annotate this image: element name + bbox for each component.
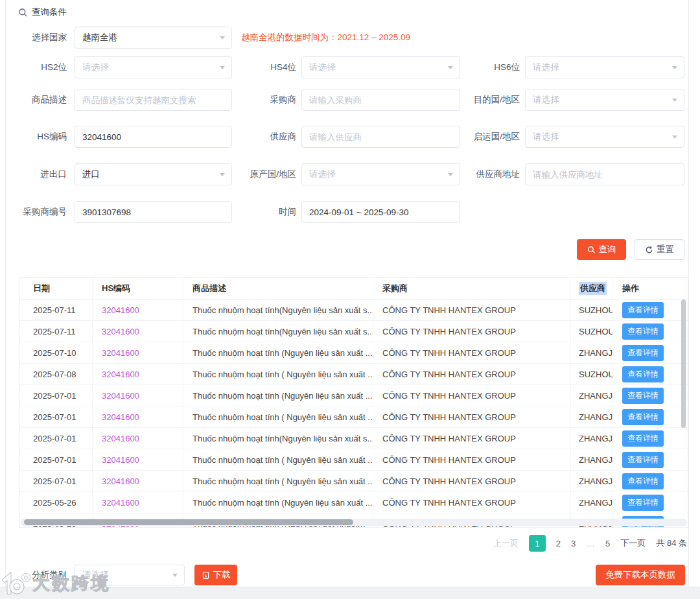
cell-hs-code[interactable]: 32041600	[93, 385, 183, 406]
field-hs2: HS2位 请选择	[10, 56, 232, 78]
next-page-button[interactable]: 下一页	[620, 537, 646, 549]
product-description-input[interactable]	[82, 95, 224, 105]
buyer-number-input[interactable]	[82, 207, 224, 217]
hs4-label: HS4位	[247, 62, 301, 73]
destination-label: 目的国/地区	[460, 94, 525, 106]
table-row: 2025-07-01 32041600 Thuốc nhuộm hoạt tín…	[20, 406, 688, 428]
cell-supplier: ZHANGJIA	[571, 342, 613, 363]
previous-page-button[interactable]: 上一页	[493, 537, 519, 549]
buyer-number-label: 采购商编号	[10, 206, 75, 218]
product-description-label: 商品描述	[10, 94, 75, 106]
cell-hs-code[interactable]: 32041600	[93, 300, 183, 320]
hs-code-input[interactable]	[82, 132, 224, 142]
chevron-down-icon	[672, 99, 677, 102]
query-button[interactable]: 查询	[577, 239, 626, 260]
download-button[interactable]: 下载	[194, 565, 237, 585]
page-number[interactable]: 1	[529, 535, 546, 552]
buyer-input[interactable]	[309, 95, 452, 105]
cell-description: Thuốc nhuộm hoạt tính ( Nguyên liệu sản …	[183, 364, 373, 384]
view-details-button[interactable]: 查看详情	[622, 345, 664, 361]
hs6-select[interactable]: 请选择	[525, 56, 684, 78]
view-details-button[interactable]: 查看详情	[622, 452, 664, 468]
cell-date: 2025-07-11	[20, 321, 93, 342]
column-header-description[interactable]: 商品描述	[183, 278, 373, 299]
cell-hs-code[interactable]: 32041600	[93, 449, 183, 470]
origin-country-select[interactable]: 请选择	[301, 163, 460, 185]
refresh-icon	[645, 246, 653, 254]
view-details-button[interactable]: 查看详情	[622, 366, 664, 382]
column-header-supplier[interactable]: 供应商	[571, 278, 613, 299]
field-origin-country: 原产国/地区 请选择	[247, 163, 460, 185]
hs6-label: HS6位	[460, 62, 525, 73]
view-details-button[interactable]: 查看详情	[622, 495, 664, 511]
analysis-type-select[interactable]: 请选择	[75, 565, 185, 585]
pagination-ellipsis: ...	[586, 539, 595, 548]
supplier-input[interactable]	[309, 132, 452, 142]
reset-button[interactable]: 重置	[635, 239, 684, 260]
view-details-button[interactable]: 查看详情	[622, 430, 664, 447]
cell-hs-code[interactable]: 32041600	[93, 364, 183, 384]
cell-hs-code[interactable]: 32041600	[93, 342, 183, 363]
hs2-select[interactable]: 请选择	[75, 56, 232, 78]
supplier-address-input[interactable]	[533, 170, 677, 180]
cell-date: 2025-07-11	[20, 300, 93, 320]
shipping-country-select[interactable]: 请选择	[525, 126, 684, 148]
cell-buyer: CÔNG TY TNHH HANTEX GROUP	[373, 342, 571, 363]
horizontal-scrollbar-thumb[interactable]	[24, 519, 353, 525]
search-icon	[587, 246, 596, 254]
page-number[interactable]: 3	[571, 539, 576, 548]
chevron-down-icon	[448, 66, 453, 69]
cell-date: 2025-07-08	[20, 364, 93, 384]
cell-supplier: ZHANGJIA	[571, 385, 613, 406]
table-row: 2025-07-10 32041600 Thuốc nhuộm hoạt tín…	[20, 342, 688, 364]
cell-action: 查看详情	[613, 492, 688, 513]
trade-type-select[interactable]: 进口	[75, 163, 232, 185]
pagination-pages: 123...5	[529, 535, 611, 552]
cell-action: 查看详情	[613, 406, 688, 427]
time-range-input[interactable]	[309, 207, 452, 217]
cell-buyer: CÔNG TY TNHH HANTEX GROUP	[373, 406, 571, 427]
cell-hs-code[interactable]: 32041600	[93, 406, 183, 427]
cell-supplier: ZHANGJIA	[571, 428, 613, 449]
chevron-down-icon	[172, 574, 178, 577]
cell-action: 查看详情	[613, 342, 688, 363]
cell-description: Thuốc nhuộm hoạt tính (Nguyên liệu sản x…	[183, 342, 373, 363]
vertical-scrollbar[interactable]	[681, 300, 686, 428]
cell-hs-code[interactable]: 32041600	[93, 428, 183, 449]
column-header-hs-code[interactable]: HS编码	[93, 278, 183, 299]
time-range-label: 时间	[247, 206, 301, 218]
cell-description: Thuốc nhuộm hoạt tính ( Nguyên liệu sản …	[183, 406, 373, 427]
view-details-button[interactable]: 查看详情	[622, 473, 664, 489]
cell-action: 查看详情	[613, 300, 688, 320]
field-supplier: 供应商	[247, 126, 460, 148]
country-label: 选择国家	[10, 32, 75, 43]
cell-date: 2025-07-01	[20, 406, 93, 427]
buyer-input-wrap	[301, 89, 460, 111]
search-icon	[18, 8, 28, 18]
view-details-button[interactable]: 查看详情	[622, 388, 664, 404]
view-details-button[interactable]: 查看详情	[622, 409, 664, 425]
view-details-button[interactable]: 查看详情	[622, 323, 664, 340]
cell-buyer: CÔNG TY TNHH HANTEX GROUP	[373, 385, 571, 406]
results-table: 日期 HS编码 商品描述 采购商 供应商 操作 2025-07-11 32041…	[19, 277, 688, 528]
field-hs-code: HS编码	[10, 126, 232, 148]
field-shipping-country: 启运国/地区 请选择	[460, 126, 684, 148]
cell-date: 2025-07-01	[20, 385, 93, 406]
table-row: 2025-07-01 32041600 Thuốc nhuộm hoạt tín…	[20, 385, 688, 406]
page-number[interactable]: 5	[605, 539, 610, 548]
cell-supplier: SUZHOU	[571, 364, 613, 384]
free-download-page-data-button[interactable]: 免费下载本页数据	[596, 565, 685, 585]
column-header-buyer[interactable]: 采购商	[373, 278, 571, 299]
cell-hs-code[interactable]: 32041600	[93, 471, 183, 491]
chevron-down-icon	[220, 36, 225, 40]
cell-hs-code[interactable]: 32041600	[93, 492, 183, 513]
cell-hs-code[interactable]: 32041600	[93, 321, 183, 342]
analysis-type-label: 分析类别	[10, 569, 75, 581]
page-number[interactable]: 2	[556, 539, 561, 548]
view-details-button[interactable]: 查看详情	[622, 302, 664, 318]
horizontal-scrollbar-track[interactable]	[21, 519, 687, 526]
hs4-select[interactable]: 请选择	[301, 56, 460, 78]
column-header-date[interactable]: 日期	[20, 278, 93, 299]
destination-select[interactable]: 请选择	[525, 89, 684, 111]
country-select[interactable]: 越南全港	[75, 27, 232, 49]
